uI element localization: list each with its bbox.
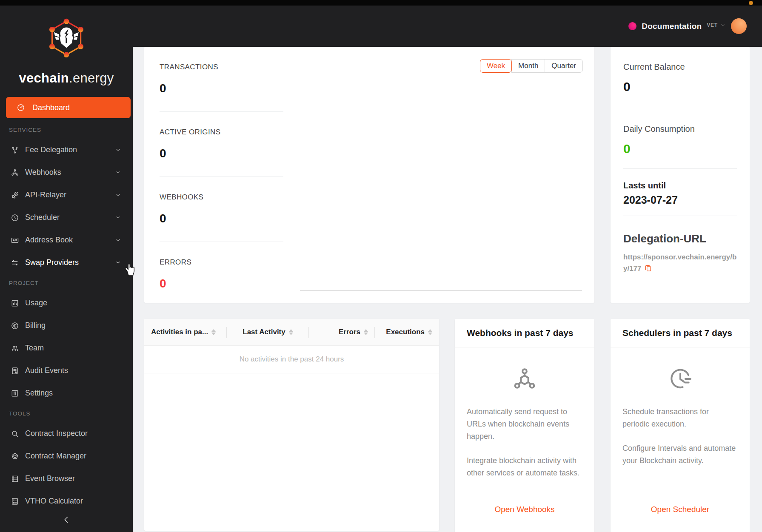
overview-card: TRANSACTIONS 0 ACTIVE ORIGINS 0 WEBHOOKS… (144, 47, 594, 303)
system-top-strip (0, 0, 762, 6)
stat-errors: ERRORS 0 (160, 242, 283, 307)
consumption-label: Daily Consumption (623, 124, 737, 134)
sidebar-item-label: Contract Manager (25, 452, 86, 461)
sidebar-item-contract-manager[interactable]: Contract Manager (0, 445, 133, 467)
sidebar-item-label: API-Relayer (25, 191, 66, 199)
current-balance-section: Current Balance 0 (623, 47, 737, 107)
sidebar-item-event-browser[interactable]: Event Browser (0, 467, 133, 490)
calculator-icon (11, 497, 19, 506)
chevron-down-icon (115, 169, 121, 176)
sidebar-item-swap-providers[interactable]: Swap Providers (0, 251, 133, 274)
sidebar-item-label: Audit Events (25, 366, 68, 375)
chevron-down-icon (115, 147, 121, 153)
webhooks-info-card: Webhooks in past 7 days Automatically se… (455, 319, 594, 532)
sidebar-item-label: Billing (25, 321, 46, 330)
sidebar-item-scheduler[interactable]: Scheduler (0, 206, 133, 229)
sidebar-item-label: Usage (25, 299, 47, 307)
sidebar-item-label: Scheduler (25, 213, 60, 222)
sidebar-item-label: Swap Providers (25, 258, 79, 267)
sliders-icon (11, 389, 19, 398)
section-title-tools: TOOLS (0, 404, 133, 422)
webhook-nodes-icon (11, 168, 19, 177)
delegation-url-value: https://sponsor.vechain.energy/by/177 (623, 251, 737, 274)
recording-indicator-dot (749, 1, 753, 5)
webhook-network-icon (512, 367, 537, 391)
sidebar-item-address-book[interactable]: Address Book (0, 229, 133, 251)
period-option-quarter[interactable]: Quarter (545, 59, 583, 73)
clock-icon (11, 213, 19, 222)
sidebar-item-contract-inspector[interactable]: Contract Inspector (0, 422, 133, 445)
stat-label: ACTIVE ORIGINS (160, 128, 283, 137)
sidebar-item-audit-events[interactable]: Audit Events (0, 359, 133, 382)
stat-label: ERRORS (160, 258, 283, 267)
topbar-right-cluster: Documentation VET (628, 6, 747, 47)
brand-name: vechain.energy (0, 71, 133, 86)
sidebar-item-dashboard[interactable]: Dashboard (6, 97, 131, 118)
stat-value: 0 (160, 82, 283, 95)
project-color-dot (628, 22, 636, 30)
sidebar: vechain.energy Dashboard SERVICES Fee De… (0, 6, 133, 532)
balance-label: Current Balance (623, 62, 737, 72)
stat-transactions: TRANSACTIONS 0 (160, 47, 283, 112)
period-option-week[interactable]: Week (480, 59, 512, 73)
network-selector-value: VET (707, 22, 718, 28)
paragraph: Schedule transactions for periodic execu… (622, 406, 738, 430)
sidebar-item-vtho-calculator[interactable]: VTHO Calculator (0, 490, 133, 512)
stat-value: 0 (160, 212, 283, 225)
balance-card: Current Balance 0 Daily Consumption 0 La… (611, 47, 750, 303)
column-header-executions[interactable]: Executions (375, 319, 439, 345)
swap-arrows-icon (11, 259, 19, 267)
api-plug-icon (11, 191, 19, 199)
sidebar-item-webhooks[interactable]: Webhooks (0, 161, 133, 184)
webhooks-card-title: Webhooks in past 7 days (455, 319, 594, 347)
paragraph: Automatically send request to URLs when … (467, 406, 582, 443)
table-empty-state: No activities in the past 24 hours (144, 346, 439, 373)
network-selector[interactable]: VET (707, 22, 726, 28)
webhooks-card-body: Automatically send request to URLs when … (455, 406, 594, 479)
sort-carets-icon (289, 329, 293, 335)
sidebar-item-team[interactable]: Team (0, 337, 133, 359)
search-icon (11, 430, 19, 438)
audit-document-icon (11, 367, 19, 375)
table-rows-icon (11, 475, 19, 483)
sidebar-item-fee-delegation[interactable]: Fee Delegation (0, 139, 133, 161)
chevron-down-icon (115, 192, 121, 198)
team-icon (11, 344, 19, 353)
stat-label: TRANSACTIONS (160, 63, 283, 71)
sidebar-nav: SERVICES Fee Delegation Webhooks API-Rel… (0, 121, 133, 512)
table-header-row: Activities in pa... Last Activity Errors… (144, 319, 439, 346)
user-avatar[interactable] (731, 18, 747, 34)
sidebar-item-usage[interactable]: Usage (0, 292, 133, 314)
brand-logo: vechain.energy (0, 6, 133, 86)
copy-icon[interactable] (644, 264, 652, 272)
sidebar-item-api-relayer[interactable]: API-Relayer (0, 184, 133, 206)
lasts-until-label: Lasts until (623, 181, 737, 191)
column-header-last-activity[interactable]: Last Activity (227, 319, 309, 345)
id-card-icon (11, 236, 19, 245)
euro-circle-icon (11, 321, 19, 330)
period-selector: Week Month Quarter (480, 59, 583, 73)
column-label: Executions (386, 328, 425, 336)
sidebar-item-label: Dashboard (32, 103, 70, 112)
chevron-down-icon (115, 259, 121, 266)
sidebar-item-billing[interactable]: Billing (0, 314, 133, 337)
sidebar-item-settings[interactable]: Settings (0, 382, 133, 404)
documentation-link[interactable]: Documentation (642, 22, 702, 31)
column-header-activities[interactable]: Activities in pa... (144, 319, 227, 345)
stat-value: 0 (160, 147, 283, 160)
column-label: Last Activity (243, 328, 285, 336)
sidebar-item-label: Contract Inspector (25, 429, 88, 438)
chevron-down-icon (720, 22, 726, 28)
delegation-url-section: Delegation-URL https://sponsor.vechain.e… (623, 216, 737, 274)
chevron-down-icon (115, 214, 121, 221)
column-header-errors[interactable]: Errors (309, 319, 375, 345)
open-scheduler-link[interactable]: Open Scheduler (611, 505, 750, 514)
sort-carets-icon (428, 329, 432, 335)
open-webhooks-link[interactable]: Open Webhooks (455, 505, 594, 514)
stat-value: 0 (160, 277, 283, 290)
sidebar-item-label: VTHO Calculator (25, 497, 83, 506)
period-option-month[interactable]: Month (511, 59, 545, 73)
section-title-services: SERVICES (0, 121, 133, 139)
sidebar-collapse-button[interactable] (0, 515, 133, 526)
stat-label: WEBHOOKS (160, 193, 283, 202)
